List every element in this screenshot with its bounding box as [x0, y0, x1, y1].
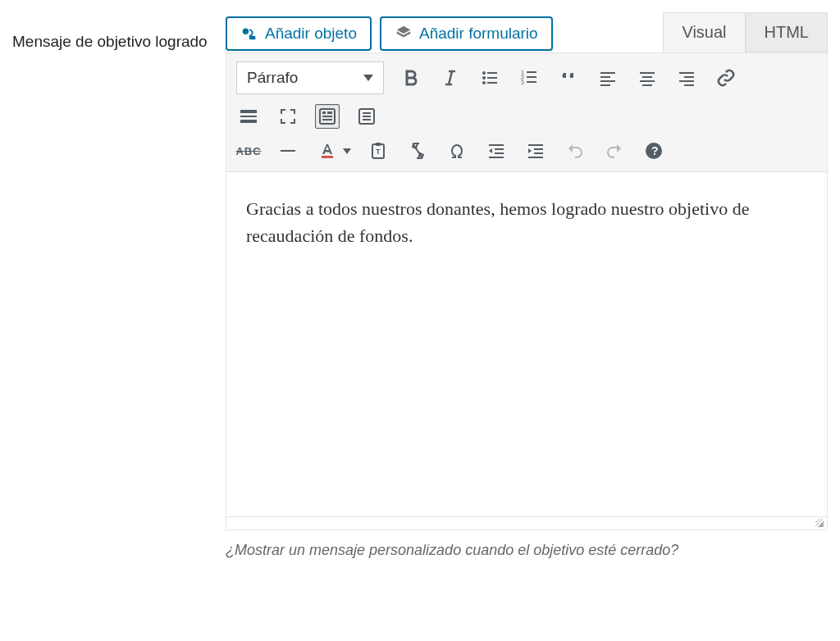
paste-text-button[interactable]: T [366, 139, 390, 163]
svg-rect-38 [281, 150, 295, 152]
editor-toolbar: Párrafo 123 [226, 53, 827, 172]
svg-point-4 [482, 81, 486, 84]
resize-handle[interactable] [226, 516, 827, 530]
horizontal-rule-button[interactable] [276, 139, 300, 163]
redo-button[interactable] [602, 139, 627, 163]
svg-rect-12 [527, 76, 536, 78]
strikethrough-icon: ABC [235, 145, 261, 157]
strikethrough-button[interactable]: ABC [236, 139, 261, 163]
svg-rect-35 [363, 112, 371, 114]
svg-rect-6 [487, 77, 497, 79]
editor-paragraph: Gracias a todos nuestros donantes, hemos… [246, 195, 807, 249]
svg-rect-37 [363, 119, 371, 120]
svg-rect-33 [322, 119, 332, 120]
text-color-button[interactable] [315, 139, 351, 163]
add-form-label: Añadir formulario [419, 25, 538, 43]
italic-button[interactable] [438, 66, 463, 90]
svg-text:T: T [376, 148, 381, 156]
svg-rect-11 [527, 71, 536, 73]
svg-rect-49 [534, 152, 543, 154]
editor-container: Párrafo 123 [226, 52, 828, 530]
svg-rect-7 [487, 82, 497, 84]
svg-rect-36 [363, 116, 371, 117]
svg-point-0 [243, 29, 249, 34]
svg-rect-19 [642, 76, 652, 78]
shortcode-button[interactable] [354, 104, 379, 129]
special-character-button[interactable] [445, 139, 469, 163]
svg-rect-39 [322, 156, 333, 158]
svg-rect-50 [528, 157, 543, 158]
svg-rect-21 [642, 84, 652, 86]
svg-rect-23 [684, 76, 694, 78]
paragraph-format-select[interactable]: Párrafo [236, 61, 384, 94]
add-media-button[interactable]: Añadir objeto [226, 16, 372, 51]
chevron-down-icon [343, 148, 351, 154]
indent-button[interactable] [523, 139, 548, 163]
blockquote-button[interactable] [556, 66, 581, 90]
add-media-label: Añadir objeto [265, 25, 357, 43]
svg-text:3: 3 [521, 80, 524, 85]
clear-formatting-button[interactable] [405, 139, 430, 163]
svg-rect-45 [495, 152, 504, 154]
svg-rect-14 [600, 72, 615, 74]
svg-rect-47 [528, 144, 543, 146]
fullscreen-button[interactable] [276, 104, 300, 129]
text-color-icon [315, 139, 340, 163]
outdent-button[interactable] [484, 139, 509, 163]
bullet-list-button[interactable] [477, 66, 502, 90]
svg-rect-22 [679, 72, 694, 74]
field-label: Mensaje de objetivo logrado [12, 31, 211, 53]
svg-rect-44 [495, 148, 504, 150]
svg-rect-13 [527, 81, 536, 83]
toolbar-toggle-button[interactable] [315, 104, 340, 129]
align-center-button[interactable] [635, 66, 660, 90]
svg-rect-31 [327, 111, 332, 114]
svg-rect-28 [240, 120, 257, 123]
svg-rect-25 [684, 84, 694, 86]
svg-rect-26 [240, 110, 257, 113]
align-left-button[interactable] [596, 66, 620, 90]
svg-rect-48 [534, 148, 543, 150]
svg-rect-24 [679, 80, 694, 82]
svg-rect-5 [487, 72, 497, 74]
svg-rect-17 [600, 84, 610, 86]
svg-rect-43 [489, 144, 504, 146]
bold-button[interactable] [399, 66, 423, 90]
link-button[interactable] [714, 66, 738, 90]
undo-button[interactable] [563, 139, 587, 163]
align-right-button[interactable] [674, 66, 699, 90]
chevron-down-icon [363, 75, 373, 81]
svg-text:?: ? [651, 144, 659, 157]
svg-rect-32 [322, 116, 332, 117]
media-icon [240, 25, 258, 43]
svg-rect-41 [376, 143, 381, 146]
svg-rect-20 [640, 80, 655, 82]
svg-rect-46 [489, 157, 504, 158]
tab-html[interactable]: HTML [746, 12, 828, 52]
svg-rect-16 [600, 80, 615, 82]
helper-text: ¿Mostrar un mensaje personalizado cuando… [226, 542, 828, 559]
editor-content-area[interactable]: Gracias a todos nuestros donantes, hemos… [226, 172, 827, 516]
read-more-button[interactable] [236, 104, 261, 129]
add-form-button[interactable]: Añadir formulario [380, 16, 553, 51]
svg-rect-27 [240, 116, 257, 117]
help-button[interactable]: ? [641, 139, 666, 163]
svg-rect-1 [249, 36, 255, 40]
format-select-label: Párrafo [247, 69, 298, 87]
svg-rect-18 [640, 72, 655, 74]
numbered-list-button[interactable]: 123 [517, 66, 541, 90]
form-icon [395, 25, 413, 43]
svg-point-3 [482, 76, 486, 80]
svg-rect-15 [600, 76, 610, 78]
svg-rect-30 [322, 111, 326, 114]
svg-point-2 [482, 71, 486, 75]
tab-visual[interactable]: Visual [663, 12, 745, 52]
